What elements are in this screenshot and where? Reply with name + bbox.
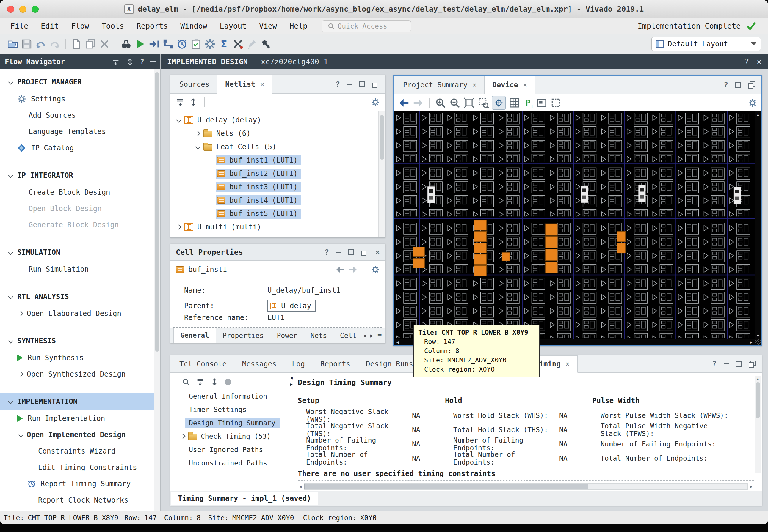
scrollbar-thumb[interactable]	[155, 72, 159, 352]
save-icon[interactable]	[21, 38, 32, 50]
flow-item-run-synthesis[interactable]: Run Synthesis	[0, 350, 160, 366]
menu-tools[interactable]: Tools	[95, 18, 130, 34]
menu-layout[interactable]: Layout	[214, 18, 253, 34]
tab-cell[interactable]: Cell	[333, 328, 363, 343]
menu-view[interactable]: View	[253, 18, 283, 34]
close-tab-icon[interactable]: ×	[523, 81, 527, 89]
flow-item-create-block-design[interactable]: Create Block Design	[0, 184, 160, 200]
tab-menu-icon[interactable]: ≡	[377, 331, 382, 340]
run-icon[interactable]	[134, 38, 146, 50]
build-hammer-icon[interactable]	[260, 38, 272, 50]
tab-properties[interactable]: Properties	[216, 328, 270, 343]
flow-item-settings[interactable]: Settings	[0, 91, 160, 107]
menu-window[interactable]: Window	[174, 18, 213, 34]
resize-grip[interactable]	[755, 339, 761, 345]
flow-item-add-sources[interactable]: Add Sources	[0, 107, 160, 123]
float-panel-icon[interactable]	[748, 81, 755, 89]
collapse-all-icon[interactable]	[176, 98, 185, 107]
timing-clock-icon[interactable]	[176, 38, 188, 50]
maximize-panel-icon[interactable]	[735, 82, 741, 88]
float-panel-icon[interactable]	[361, 249, 368, 256]
undo-icon[interactable]	[35, 38, 46, 50]
maximize-panel-icon[interactable]	[359, 81, 365, 87]
zoom-window-button[interactable]	[32, 6, 39, 13]
float-panel-icon[interactable]	[749, 361, 756, 368]
minimize-panel-icon[interactable]	[150, 61, 155, 62]
scroll-up-icon[interactable]: ▲	[757, 112, 759, 117]
search-icon[interactable]	[182, 378, 190, 386]
menu-reports[interactable]: Reports	[130, 18, 174, 34]
scroll-up-icon[interactable]: ▲	[757, 377, 759, 381]
help-icon[interactable]: ?	[724, 81, 728, 89]
section-simulation[interactable]: SIMULATION	[0, 244, 160, 261]
edit-pencil-icon[interactable]	[246, 38, 258, 50]
flow-item-generate-block-design[interactable]: Generate Block Design	[0, 217, 160, 233]
tree-item-buf-inst3[interactable]: buf_inst3(LUT1)	[170, 180, 385, 193]
cancel-tool-icon[interactable]	[232, 38, 244, 50]
collapse-all-icon[interactable]	[111, 58, 120, 66]
delete-icon[interactable]	[99, 38, 110, 50]
flow-item-ip-catalog[interactable]: IP Catalog	[0, 140, 160, 156]
timing-horizontal-scrollbar[interactable]: ◀ ▶	[298, 480, 754, 492]
nav-unconstrained-paths[interactable]: Unconstrained Paths	[170, 456, 289, 470]
device-canvas[interactable]: ▲ ▼ ◀ ▶	[394, 111, 761, 345]
nav-check-timing[interactable]: Check Timing (53)	[170, 429, 289, 443]
flow-item-run-implementation[interactable]: Run Implementation	[0, 410, 160, 426]
scrollbar-thumb[interactable]	[756, 382, 760, 418]
scroll-tabs-right-icon[interactable]: ▶	[370, 333, 373, 339]
flow-item-open-implemented-design[interactable]: Open Implemented Design	[0, 426, 160, 443]
section-synthesis[interactable]: SYNTHESIS	[0, 332, 160, 350]
flow-item-open-elaborated-design[interactable]: Open Elaborated Design	[0, 305, 160, 322]
help-icon[interactable]: ?	[140, 58, 144, 66]
close-window-button[interactable]	[7, 6, 14, 13]
tab-sources[interactable]: Sources	[171, 75, 217, 93]
parent-cell-link[interactable]: U_delay	[268, 300, 316, 312]
tree-item-buf-inst4[interactable]: buf_inst4(LUT1)	[170, 193, 385, 207]
tab-power[interactable]: Power	[270, 328, 304, 343]
help-icon[interactable]: ?	[325, 248, 329, 256]
flow-item-report-clock-networks[interactable]: Report Clock Networks	[0, 492, 160, 508]
scrollbar-thumb[interactable]	[380, 115, 384, 160]
nav-design-timing-summary[interactable]: Design Timing Summary	[170, 416, 289, 429]
scroll-left-icon[interactable]: ◀	[396, 340, 399, 344]
close-tab-icon[interactable]: ×	[565, 360, 569, 368]
expand-collapse-icon[interactable]	[210, 378, 219, 386]
minimize-panel-icon[interactable]	[336, 252, 341, 253]
find-binoculars-icon[interactable]	[120, 38, 132, 50]
step-icon[interactable]	[148, 38, 160, 50]
scroll-right-icon[interactable]: ▶	[750, 340, 752, 344]
flow-navigator-scrollbar[interactable]	[154, 69, 160, 511]
tree-item-buf-inst1[interactable]: buf_inst1(LUT1)	[170, 153, 385, 167]
help-icon[interactable]: ?	[745, 57, 749, 66]
section-project-manager[interactable]: PROJECT MANAGER	[0, 73, 160, 91]
flow-item-open-synthesized-design[interactable]: Open Synthesized Design	[0, 366, 160, 382]
flow-item-constraints-wizard[interactable]: Constraints Wizard	[0, 443, 160, 459]
copy-document-icon[interactable]	[71, 38, 82, 50]
tab-messages[interactable]: Messages	[235, 355, 284, 372]
float-panel-icon[interactable]	[372, 81, 379, 88]
scroll-down-icon[interactable]: ▼	[757, 333, 759, 338]
zoom-in-icon[interactable]	[435, 97, 446, 108]
next-object-icon[interactable]	[349, 265, 358, 274]
menu-file[interactable]: File	[4, 18, 34, 34]
routing-resources-icon[interactable]	[509, 97, 520, 108]
tree-item-leaf-cells[interactable]: Leaf Cells (5)	[170, 140, 385, 153]
tree-item-u-delay[interactable]: U_delay (delay)	[170, 113, 385, 127]
tab-device[interactable]: Device ×	[484, 76, 535, 94]
device-settings-gear-icon[interactable]	[748, 98, 757, 107]
scroll-right-icon[interactable]: ▶	[750, 484, 753, 489]
previous-object-icon[interactable]	[336, 265, 344, 274]
expand-collapse-icon[interactable]	[189, 98, 198, 107]
tree-item-buf-inst2[interactable]: buf_inst2(LUT1)	[170, 167, 385, 180]
scrollbar-thumb[interactable]	[304, 484, 588, 489]
nav-user-ignored-paths[interactable]: User Ignored Paths	[170, 443, 289, 456]
menu-edit[interactable]: Edit	[34, 18, 65, 34]
report-checklist-icon[interactable]	[190, 38, 202, 50]
forward-icon[interactable]	[413, 97, 424, 108]
close-panel-icon[interactable]: ×	[375, 248, 380, 256]
timing-vertical-scrollbar[interactable]: ▲	[755, 376, 761, 473]
tab-design-runs[interactable]: Design Runs	[358, 355, 421, 372]
layout-selector[interactable]: Default Layout	[652, 37, 761, 51]
pblock-icon[interactable]: P+	[523, 98, 533, 107]
menu-help[interactable]: Help	[283, 18, 314, 34]
